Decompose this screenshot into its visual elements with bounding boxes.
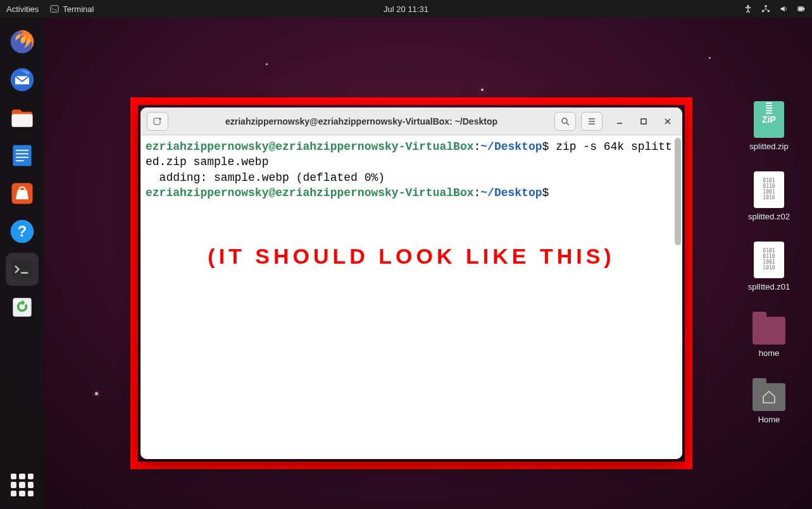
minimize-button[interactable] [611,113,628,130]
annotation-caption: (IT SHOULD LOOK LIKE THIS) [130,244,692,269]
terminal-window: ezriahzippernowsky@ezriahzippernowsky-Vi… [141,107,682,459]
menu-button[interactable] [581,112,603,131]
file-label: splItted.z01 [748,282,790,291]
accessibility-icon[interactable] [744,4,753,13]
home-folder-icon [753,383,785,411]
file-splitted-zip[interactable]: ZiP splitted.zip [737,101,801,151]
active-app-indicator[interactable]: Terminal [50,4,94,14]
network-icon[interactable] [761,4,770,13]
dock-writer[interactable] [6,139,39,172]
svg-rect-15 [16,160,24,161]
dock-thunderbird[interactable] [6,63,39,96]
file-label: splitted.z02 [748,212,790,221]
svg-rect-14 [16,157,28,158]
new-tab-button[interactable] [147,112,168,131]
volume-icon[interactable] [779,4,788,13]
top-panel: Activities Terminal Jul 20 11:31 [0,0,812,18]
svg-rect-0 [51,6,58,13]
terminal-icon [50,4,59,13]
file-label: splitted.zip [749,142,788,151]
prompt-user: ezriahzippernowsky@ezriahzippernowsky-Vi… [146,140,473,153]
dock-firefox[interactable] [6,25,39,58]
svg-rect-11 [13,145,31,166]
window-titlebar[interactable]: ezriahzippernowsky@ezriahzippernowsky-Vi… [141,107,682,135]
scrollbar[interactable] [675,138,681,245]
folder-icon [753,317,785,345]
zip-icon: ZiP [754,101,784,138]
svg-rect-10 [12,114,33,127]
maximize-button[interactable] [635,113,652,130]
svg-text:?: ? [18,223,27,240]
svg-rect-13 [16,153,28,154]
prompt-path: ~/Desktop [480,140,542,153]
desktop-icons: ZiP splitted.zip 0101011010011010 splitt… [737,101,801,424]
dock: ? [0,18,44,509]
dock-help[interactable]: ? [6,215,39,248]
svg-rect-19 [12,260,33,278]
file-label: home [759,348,780,358]
svg-rect-7 [799,7,803,10]
clock[interactable]: Jul 20 11:31 [384,4,428,14]
search-icon [560,116,570,126]
svg-point-2 [765,5,767,8]
search-button[interactable] [554,112,576,131]
new-tab-icon [153,116,163,126]
active-app-label: Terminal [63,4,94,14]
terminal-body[interactable]: ezriahzippernowsky@ezriahzippernowsky-Vi… [141,135,682,459]
show-applications[interactable] [6,469,39,501]
svg-rect-23 [641,119,646,124]
maximize-icon [640,118,647,125]
prompt-path: ~/Desktop [480,187,542,199]
window-title: ezriahzippernowsky@ezriahzippernowsky-Vi… [173,116,549,126]
close-icon [664,118,671,125]
binary-file-icon: 0101011010011010 [754,171,784,208]
minimize-icon [616,118,623,125]
dock-terminal[interactable] [6,253,39,286]
battery-icon[interactable] [797,4,806,13]
binary-file-icon: 0101011010011010 [754,242,784,278]
svg-point-22 [562,118,567,123]
hamburger-icon [587,116,597,126]
dock-software[interactable] [6,177,39,210]
apps-grid-icon [11,474,34,496]
close-button[interactable] [659,113,676,130]
svg-rect-12 [16,150,28,151]
file-splitted-z01[interactable]: 0101011010011010 splItted.z01 [737,242,801,291]
svg-point-1 [747,5,749,8]
svg-rect-6 [804,8,805,10]
prompt-user: ezriahzippernowsky@ezriahzippernowsky-Vi… [146,187,473,199]
activities-button[interactable]: Activities [6,4,39,14]
dock-files[interactable] [6,101,39,134]
file-splitted-z02[interactable]: 0101011010011010 splitted.z02 [737,171,801,221]
terminal-output: adding: sample.webp (deflated 0%) [146,171,385,184]
folder-home[interactable]: home [737,312,801,358]
file-label: Home [758,415,780,424]
folder-home-link[interactable]: Home [737,378,801,424]
dock-trash[interactable] [6,291,39,324]
